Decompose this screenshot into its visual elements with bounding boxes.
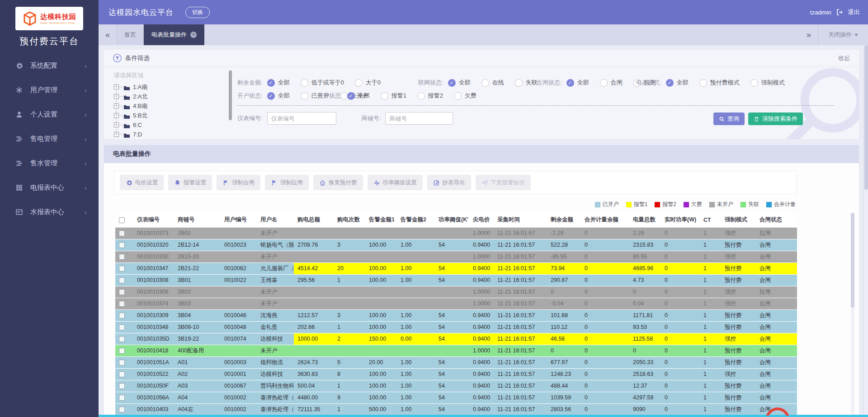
- meter-no-input[interactable]: [267, 112, 336, 125]
- radio-checked-icon[interactable]: ✓: [267, 79, 275, 87]
- table-row[interactable]: 001001035D3B19-220010074达模科技1000.002150.…: [115, 333, 797, 345]
- sidebar-item-tableic[interactable]: 水报表中心‹: [0, 200, 99, 224]
- sidebar-item-list[interactable]: 售电管理‹: [0, 127, 99, 151]
- row-checkbox[interactable]: [119, 242, 125, 248]
- radio-option[interactable]: 在线: [481, 79, 504, 87]
- radio-option[interactable]: 欠费: [454, 92, 476, 100]
- logout-icon[interactable]: [836, 9, 843, 16]
- page-scrollbar[interactable]: [863, 45, 868, 415]
- radio-option[interactable]: 报警1: [381, 92, 406, 100]
- table-row[interactable]: 00100103063B02未开户1.000011-21 16:01:57000…: [115, 286, 797, 298]
- tree-node[interactable]: +2:A北: [114, 92, 227, 101]
- tree-expand-icon[interactable]: +: [114, 132, 119, 137]
- row-checkbox[interactable]: [119, 336, 125, 342]
- row-checkbox[interactable]: [119, 289, 125, 295]
- collapse-button[interactable]: 收起: [838, 54, 850, 62]
- row-checkbox[interactable]: [119, 266, 125, 272]
- clear-search-button[interactable]: 清除搜索条件: [748, 112, 803, 125]
- row-checkbox[interactable]: [119, 348, 125, 354]
- table-row[interactable]: 001001050FA030010067普玛利生物科技500.041100.00…: [115, 380, 797, 392]
- toolbar-button-flag[interactable]: 强制合闸: [217, 175, 260, 190]
- shop-no-input[interactable]: [385, 112, 453, 125]
- radio-checked-icon[interactable]: ✓: [566, 79, 574, 87]
- table-row[interactable]: 001001056AA040010002泰潜热处理（恒4480.009100.0…: [115, 392, 797, 403]
- row-checkbox[interactable]: [119, 407, 125, 412]
- radio-unchecked-icon[interactable]: [301, 92, 308, 100]
- row-checkbox[interactable]: [119, 254, 125, 260]
- tab[interactable]: 首页: [117, 24, 144, 45]
- row-checkbox[interactable]: [119, 324, 125, 330]
- tree-node[interactable]: +6:C: [114, 120, 227, 130]
- radio-option[interactable]: ✓全部: [347, 92, 370, 100]
- tree-expand-icon[interactable]: +: [114, 84, 119, 89]
- table-row[interactable]: 00100103472B21-220010062允儿服装厂（原4514.4220…: [115, 262, 797, 274]
- radio-option[interactable]: 失联: [515, 79, 538, 87]
- radio-checked-icon[interactable]: ✓: [267, 92, 275, 100]
- row-checkbox[interactable]: [119, 360, 125, 365]
- tree-scrollbar[interactable]: [229, 70, 232, 120]
- sidebar-item-gear[interactable]: 系统配置‹: [0, 53, 99, 78]
- row-checkbox[interactable]: [119, 230, 125, 236]
- tree-expand-icon[interactable]: +: [114, 103, 119, 108]
- radio-unchecked-icon[interactable]: [750, 79, 758, 87]
- radio-unchecked-icon[interactable]: [381, 92, 388, 100]
- radio-unchecked-icon[interactable]: [301, 79, 308, 87]
- radio-option[interactable]: 报警2: [417, 92, 443, 100]
- table-row[interactable]: 0010010418400配备用未开户1.000011-21 16:01:570…: [115, 345, 797, 356]
- tree-node[interactable]: +1:A南: [114, 82, 227, 92]
- row-checkbox[interactable]: [119, 371, 125, 377]
- radio-unchecked-icon[interactable]: [454, 92, 462, 100]
- tree-node[interactable]: +7:D: [114, 130, 227, 139]
- tree-expand-icon[interactable]: +: [114, 113, 119, 118]
- radio-option[interactable]: ✓全部: [267, 92, 290, 100]
- radio-option[interactable]: ✓全部: [666, 79, 689, 87]
- toolbar-button-home[interactable]: 恢复预付费: [313, 175, 363, 190]
- toolbar-button-send[interactable]: 下发报警短信: [476, 175, 531, 190]
- tab-close-icon[interactable]: ×: [190, 32, 197, 38]
- tabs-scroll-right-icon[interactable]: »: [800, 30, 818, 40]
- radio-option[interactable]: 强制模式: [750, 79, 785, 87]
- switch-button[interactable]: 切换: [185, 7, 210, 18]
- radio-unchecked-icon[interactable]: [515, 79, 523, 87]
- radio-unchecked-icon[interactable]: [600, 79, 608, 87]
- radio-option[interactable]: ✓全部: [448, 79, 471, 87]
- search-button[interactable]: 查询: [713, 112, 745, 125]
- horizontal-scrollbar[interactable]: [99, 415, 868, 417]
- table-row[interactable]: 0010010403A04左0010002泰潜热处理（恒72111.351500…: [115, 403, 797, 415]
- toolbar-button-gear[interactable]: 电价设置: [120, 175, 164, 190]
- radio-option[interactable]: ✓全部: [267, 79, 290, 87]
- radio-option[interactable]: 合闸: [600, 79, 623, 87]
- table-row[interactable]: 001001051AA010010003德邦物流2624.73520.001.0…: [115, 356, 797, 368]
- radio-unchecked-icon[interactable]: [481, 79, 489, 87]
- table-row[interactable]: 00100103732B02未开户1.000011-21 16:01:57-2.…: [115, 227, 797, 239]
- table-row[interactable]: 00100103093B040010046沈海燕1212.573100.001.…: [115, 309, 797, 321]
- tabs-scroll-left-icon[interactable]: «: [99, 24, 117, 45]
- row-checkbox[interactable]: [119, 383, 125, 389]
- radio-option[interactable]: 低于或等于0: [301, 79, 344, 87]
- radio-option[interactable]: 预付费模式: [699, 79, 740, 87]
- toolbar-button-flag[interactable]: 强制拉闸: [265, 175, 309, 190]
- logout-button[interactable]: 退出: [848, 8, 860, 16]
- table-row[interactable]: 00100103083B010010022王维喜295.561100.001.0…: [115, 274, 797, 286]
- table-row[interactable]: 001001033E2B15-20未开户1.000011-21 16:01:57…: [115, 251, 797, 262]
- table-row[interactable]: 00100103743B03未开户1.000011-21 16:01:57-0.…: [115, 298, 797, 309]
- tab[interactable]: 电表批量操作×: [144, 24, 204, 45]
- row-checkbox[interactable]: [119, 277, 125, 283]
- sidebar-item-list[interactable]: 售水管理‹: [0, 151, 99, 175]
- toolbar-button-pulse[interactable]: 功率阈值设置: [368, 175, 423, 190]
- row-checkbox[interactable]: [119, 395, 125, 401]
- radio-checked-icon[interactable]: ✓: [666, 79, 674, 87]
- table-row[interactable]: 0010010522A020010001达模科技3630.838100.001.…: [115, 368, 797, 380]
- toolbar-button-edit[interactable]: 抄表导出: [427, 175, 471, 190]
- table-row[interactable]: 00100103483B09-100010048金礼贵202.661100.00…: [115, 321, 797, 333]
- close-operations-dropdown[interactable]: 关闭操作: [818, 31, 868, 39]
- radio-unchecked-icon[interactable]: [417, 92, 425, 100]
- radio-option[interactable]: 大于0: [355, 79, 381, 87]
- tree-node[interactable]: +4:B南: [114, 101, 227, 111]
- sidebar-item-grid[interactable]: 电报表中心‹: [0, 175, 99, 200]
- radio-checked-icon[interactable]: ✓: [448, 79, 456, 87]
- radio-checked-icon[interactable]: ✓: [347, 92, 355, 100]
- radio-unchecked-icon[interactable]: [699, 79, 707, 87]
- row-checkbox[interactable]: [119, 313, 125, 319]
- tree-node[interactable]: +5:B北: [114, 111, 227, 120]
